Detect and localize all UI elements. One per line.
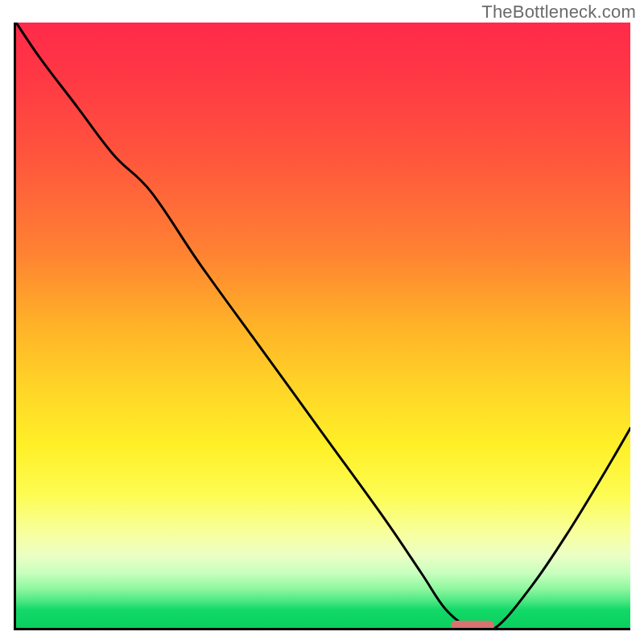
plot-area [14,23,630,630]
optimum-marker [451,621,494,630]
watermark-text: TheBottleneck.com [481,2,636,23]
curve-svg [16,23,630,628]
chart-container: TheBottleneck.com [0,0,644,644]
bottleneck-curve-path [16,23,630,628]
